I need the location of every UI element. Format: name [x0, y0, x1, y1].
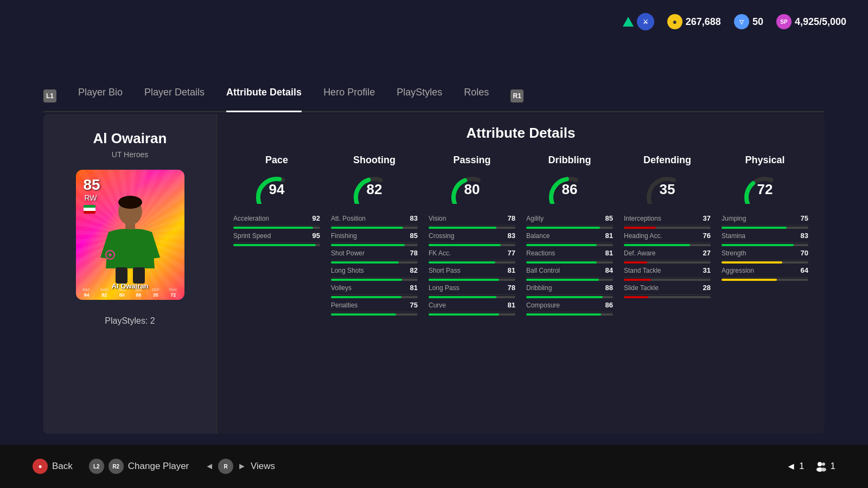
stat-row-5-3: Aggression64	[722, 264, 808, 278]
attr-column-shooting: Shooting 82Att. Position83Finishing85Sho…	[331, 155, 418, 316]
stat-row-2-2: FK Acc.77	[429, 246, 515, 260]
stat-bar-2-5	[429, 313, 499, 316]
svg-rect-3	[133, 267, 145, 284]
card-stat-sho: SHO 82	[100, 288, 108, 298]
stat-value-2-4: 78	[503, 284, 515, 292]
stat-name-2-1: Crossing	[429, 232, 499, 240]
attr-category-header-0: Pace 94	[233, 155, 320, 206]
stat-row-4-4: Slide Tackle28	[624, 281, 711, 295]
attr-grid: Pace 94Acceleration92Sprint Speed95Shoot…	[233, 155, 808, 316]
sp-icon: SP	[776, 14, 792, 29]
coin-icon: ●	[667, 14, 682, 29]
count2-value: 1	[831, 461, 835, 472]
arrow-left-icon: ◄	[205, 461, 214, 471]
gauge-value-5: 72	[757, 181, 773, 198]
tab-player-bio[interactable]: Player Bio	[78, 87, 123, 105]
tab-playstyles[interactable]: PlayStyles	[397, 87, 442, 105]
stat-name-3-5: Composure	[526, 301, 597, 309]
stat-name-2-3: Short Pass	[429, 267, 499, 274]
stat-name-5-0: Jumping	[722, 215, 792, 222]
attr-column-passing: Passing 80Vision78Crossing83FK Acc.77Sho…	[429, 155, 515, 316]
attr-category-name-4: Defending	[624, 155, 711, 166]
stat-bar-5-3	[722, 279, 777, 281]
stat-row-3-4: Dribbling88	[526, 281, 613, 295]
attr-category-header-5: Physical 72	[722, 155, 808, 206]
stat-row-2-0: Vision78	[429, 211, 515, 226]
card-rating: 85	[84, 176, 100, 194]
stat-name-2-5: Curve	[429, 301, 499, 309]
stat-name-3-0: Agility	[526, 215, 597, 222]
l2-button[interactable]: L2	[89, 459, 104, 474]
arrow-right-icon: ►	[238, 461, 246, 471]
stat-name-2-4: Long Pass	[429, 284, 499, 292]
attr-panel: Attribute Details Pace 94Acceleration92S…	[217, 114, 825, 434]
attr-column-physical: Physical 72Jumping75Stamina83Strength70A…	[722, 155, 808, 316]
gauge-value-1: 82	[367, 181, 382, 198]
card-stat-def: DEF 35	[152, 288, 159, 298]
stat-value-3-0: 85	[601, 214, 613, 222]
triangle-icon	[623, 17, 634, 27]
tab-attribute-details[interactable]: Attribute Details	[226, 87, 302, 105]
stat-row-wrapper-0-0: Acceleration92	[233, 211, 320, 229]
back-control[interactable]: ● Back	[33, 459, 73, 474]
r-button[interactable]: R	[218, 459, 233, 474]
stat-value-5-1: 83	[796, 232, 808, 240]
bottom-right: ◄ 1 1	[786, 460, 835, 472]
r2-button[interactable]: R2	[108, 459, 124, 474]
right-count1: ◄ 1	[786, 461, 804, 472]
stat-row-2-4: Long Pass78	[429, 281, 515, 295]
stat-name-1-0: Att. Position	[331, 215, 401, 222]
stat-value-5-3: 64	[796, 266, 808, 274]
attr-category-name-2: Passing	[429, 155, 515, 166]
tab-hero-profile[interactable]: Hero Profile	[323, 87, 375, 105]
stat-row-4-2: Def. Aware27	[624, 246, 711, 260]
stat-bar-container-0-1	[233, 244, 320, 246]
stat-name-2-0: Vision	[429, 215, 499, 222]
svg-point-11	[821, 468, 826, 472]
stat-name-1-5: Penalties	[331, 301, 401, 309]
tab-player-details[interactable]: Player Details	[144, 87, 205, 105]
stat-bar-0-1	[233, 244, 316, 246]
stat-row-1-4: Volleys81	[331, 281, 418, 295]
svg-rect-2	[116, 267, 127, 284]
stat-row-wrapper-1-1: Finishing85	[331, 229, 418, 246]
stat-row-wrapper-1-5: Penalties75	[331, 298, 418, 316]
stat-row-wrapper-2-1: Crossing83	[429, 229, 515, 246]
gauge-wrapper-0: 94	[252, 170, 301, 204]
stat-row-wrapper-0-1: Sprint Speed95	[233, 229, 320, 246]
stat-value-2-5: 81	[503, 301, 515, 309]
change-player-control[interactable]: L2 R2 Change Player	[89, 459, 189, 474]
stat-row-3-2: Reactions81	[526, 246, 613, 260]
stat-row-1-1: Finishing85	[331, 229, 418, 243]
stat-value-3-3: 84	[601, 266, 613, 274]
svg-point-4	[118, 196, 142, 209]
stat-value-1-4: 81	[406, 284, 418, 292]
stat-row-0-0: Acceleration92	[233, 211, 320, 226]
nav-bar: L1 Player Bio Player Details Attribute D…	[43, 87, 825, 112]
stat-name-3-4: Dribbling	[526, 284, 597, 292]
stat-row-wrapper-5-3: Aggression64	[722, 264, 808, 281]
circle-button[interactable]: ●	[33, 459, 48, 474]
stat-row-2-1: Crossing83	[429, 229, 515, 243]
playstyles-text: PlayStyles: 2	[105, 316, 155, 326]
stat-row-wrapper-5-0: Jumping75	[722, 211, 808, 229]
top-bar: ⚔ ● 267,688 ▽ 50 SP 4,925/5,000	[623, 0, 868, 43]
nav-badge-r1: R1	[510, 89, 524, 102]
tab-roles[interactable]: Roles	[464, 87, 489, 105]
stat-row-wrapper-3-3: Ball Control84	[526, 264, 613, 281]
stat-value-0-0: 92	[308, 214, 320, 222]
card-stat-phy: PHY 72	[169, 288, 177, 298]
stat-name-0-0: Acceleration	[233, 215, 304, 222]
main-content: Al Owairan UT Heroes 85 RW	[43, 114, 825, 434]
attr-column-dribbling: Dribbling 86Agility85Balance81Reactions8…	[526, 155, 613, 316]
views-control[interactable]: ◄ R ► Views	[205, 459, 275, 474]
sp-display: SP 4,925/5,000	[776, 14, 846, 29]
attr-title: Attribute Details	[233, 125, 808, 142]
stat-row-wrapper-5-1: Stamina83	[722, 229, 808, 246]
stat-row-wrapper-1-2: Shot Power78	[331, 246, 418, 264]
stat-bar-container-4-4	[624, 296, 711, 298]
stat-row-wrapper-1-4: Volleys81	[331, 281, 418, 298]
card-stat-pas: PAS 80	[118, 288, 126, 298]
stat-row-wrapper-3-4: Dribbling88	[526, 281, 613, 298]
stat-name-4-2: Def. Aware	[624, 249, 694, 257]
